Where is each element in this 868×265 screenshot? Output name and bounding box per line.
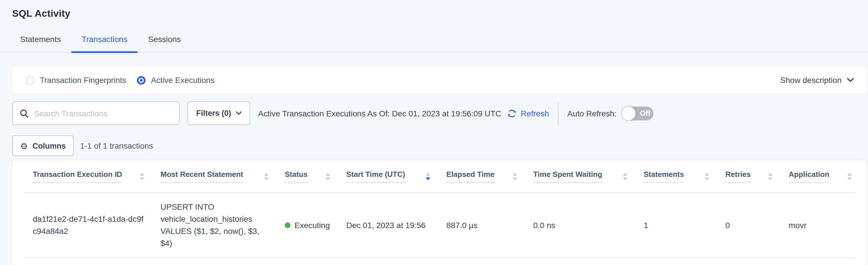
chevron-down-icon: [847, 78, 854, 82]
table-controls-row: ⚙ Columns 1-1 of 1 transactions: [12, 135, 867, 156]
column-header-status[interactable]: Status: [285, 170, 346, 183]
refresh-label: Refresh: [521, 109, 549, 118]
cell-retries: 0: [725, 219, 788, 231]
gear-icon: ⚙: [20, 141, 28, 150]
chevron-down-icon: [236, 111, 242, 115]
results-count: 1-1 of 1 transactions: [80, 141, 153, 150]
tab-transactions[interactable]: Transactions: [71, 34, 138, 53]
sort-icon[interactable]: [326, 173, 330, 180]
tab-sessions[interactable]: Sessions: [138, 34, 191, 53]
cell-statements: 1: [644, 219, 725, 231]
sort-icon[interactable]: [768, 173, 773, 180]
column-header-most-recent-statement[interactable]: Most Recent Statement: [160, 170, 285, 183]
auto-refresh-label: Auto Refresh:: [567, 109, 617, 118]
executing-status-dot: [285, 222, 290, 228]
view-mode-card: Transaction Fingerprints Active Executio…: [12, 66, 867, 94]
search-input[interactable]: [34, 109, 173, 118]
tab-statements[interactable]: Statements: [10, 34, 71, 53]
filters-button[interactable]: Filters (0): [188, 101, 250, 125]
radio-transaction-fingerprints[interactable]: Transaction Fingerprints: [26, 76, 126, 85]
sort-icon[interactable]: [513, 173, 517, 180]
cell-elapsed-time: 887.0 µs: [446, 219, 533, 231]
as-of-timestamp: Active Transaction Executions As Of: Dec…: [258, 109, 501, 118]
refresh-icon: [507, 108, 518, 118]
sort-icon-active-desc[interactable]: [426, 173, 430, 180]
column-header-time-spent-waiting[interactable]: Time Spent Waiting: [533, 170, 644, 183]
table-row[interactable]: da1f21e2-de71-4c1f-a1da-dc9fc94a84a2 UPS…: [24, 193, 855, 258]
cell-start-time: Dec 01, 2023 at 19:56: [346, 219, 446, 231]
column-header-elapsed-time[interactable]: Elapsed Time: [446, 170, 533, 183]
sort-icon[interactable]: [847, 173, 852, 180]
table-header-row: Transaction Execution ID Most Recent Sta…: [24, 160, 855, 193]
auto-refresh-control: Auto Refresh: Off: [567, 106, 653, 120]
tab-bar: Statements Transactions Sessions: [0, 34, 868, 52]
auto-refresh-state: Off: [637, 106, 653, 120]
column-header-transaction-execution-id[interactable]: Transaction Execution ID: [33, 170, 160, 183]
search-box[interactable]: [12, 101, 180, 125]
sort-icon[interactable]: [623, 173, 627, 180]
toggle-knob: [622, 106, 636, 120]
radio-active-executions-label: Active Executions: [151, 76, 215, 85]
toolbar: Filters (0) Active Transaction Execution…: [12, 101, 867, 125]
column-header-start-time[interactable]: Start Time (UTC): [346, 170, 446, 183]
column-header-statements[interactable]: Statements: [644, 170, 725, 183]
search-icon: [20, 109, 29, 118]
sql-activity-page: SQL Activity Statements Transactions Ses…: [0, 0, 868, 265]
radio-selected-icon[interactable]: [137, 76, 146, 84]
show-description-toggle[interactable]: Show description: [780, 76, 858, 85]
filters-button-label: Filters (0): [196, 109, 231, 117]
radio-unselected-icon[interactable]: [26, 76, 34, 84]
cell-transaction-execution-id: da1f21e2-de71-4c1f-a1da-dc9fc94a84a2: [33, 213, 160, 237]
transactions-table: Transaction Execution ID Most Recent Sta…: [12, 160, 867, 265]
status-label: Executing: [294, 219, 330, 231]
auto-refresh-toggle[interactable]: Off: [622, 106, 653, 120]
radio-active-executions[interactable]: Active Executions: [137, 76, 215, 85]
cell-time-spent-waiting: 0.0 ns: [533, 219, 644, 231]
refresh-button[interactable]: Refresh: [507, 108, 549, 118]
sort-icon[interactable]: [140, 173, 144, 180]
columns-button-label: Columns: [32, 141, 66, 150]
cell-status: Executing: [285, 219, 346, 231]
cell-application: movr: [788, 219, 855, 231]
show-description-label: Show description: [780, 76, 841, 85]
sort-icon[interactable]: [705, 173, 709, 180]
column-header-retries[interactable]: Retries: [725, 170, 788, 183]
toolbar-divider: [558, 102, 559, 125]
sort-icon[interactable]: [264, 173, 269, 180]
radio-transaction-fingerprints-label: Transaction Fingerprints: [40, 76, 126, 85]
columns-button[interactable]: ⚙ Columns: [12, 135, 74, 156]
cell-most-recent-statement: UPSERT INTO vehicle_location_histories V…: [160, 201, 285, 249]
column-header-application[interactable]: Application: [788, 170, 855, 183]
page-title: SQL Activity: [0, 0, 868, 20]
